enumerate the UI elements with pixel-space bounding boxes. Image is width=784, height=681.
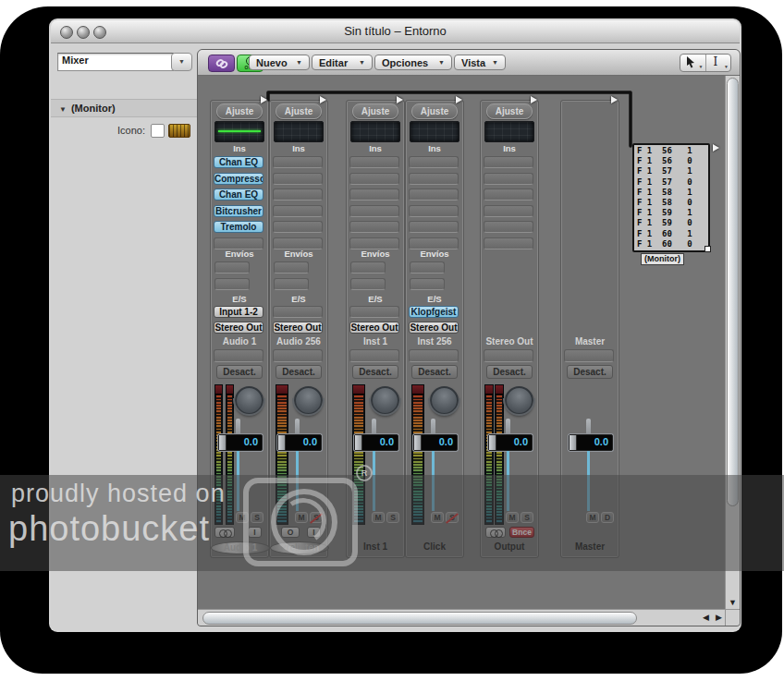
bypass-button[interactable]: Desact.	[352, 365, 398, 379]
insert-slot[interactable]	[409, 173, 459, 185]
eq-thumbnail-display[interactable]	[350, 121, 400, 142]
output-port-icon[interactable]	[531, 96, 537, 103]
bypass-button[interactable]: Desact.	[411, 365, 458, 379]
insert-slot[interactable]	[484, 188, 533, 201]
insert-slot[interactable]	[484, 156, 533, 168]
insert-slot[interactable]: Chan EQ	[214, 188, 263, 201]
pan-knob[interactable]	[294, 386, 323, 415]
eq-thumbnail-display[interactable]	[214, 121, 264, 142]
object-header-monitor[interactable]: ▼(Monitor)	[51, 99, 197, 117]
volume-fader[interactable]: 0.0	[218, 434, 263, 451]
layer-name-field[interactable]: Mixer	[57, 53, 174, 71]
insert-slot[interactable]	[349, 221, 399, 233]
input-slot[interactable]	[273, 306, 323, 318]
pan-knob[interactable]	[371, 386, 399, 415]
volume-fader[interactable]: 0.0	[413, 434, 458, 451]
group-slot[interactable]	[349, 349, 399, 362]
send-slot[interactable]	[274, 278, 309, 290]
group-slot[interactable]	[273, 349, 323, 362]
settings-button[interactable]: Ajuste	[411, 103, 458, 119]
insert-slot[interactable]	[409, 221, 459, 233]
output-slot[interactable]: Stereo Out	[273, 322, 323, 334]
send-slot[interactable]	[350, 261, 386, 274]
output-slot[interactable]: Stereo Out	[349, 322, 399, 334]
group-slot[interactable]	[409, 349, 459, 362]
send-slot[interactable]	[350, 278, 386, 290]
cable-view-button[interactable]	[208, 55, 235, 72]
insert-slot[interactable]	[409, 188, 459, 201]
resize-handle[interactable]	[704, 246, 711, 252]
send-slot[interactable]	[410, 261, 445, 274]
fader-cap[interactable]	[219, 435, 227, 450]
insert-slot[interactable]	[349, 173, 399, 185]
output-port-icon[interactable]	[713, 144, 719, 152]
send-slot[interactable]	[214, 278, 250, 290]
fader-cap[interactable]	[414, 435, 422, 450]
menu-nuevo[interactable]: Nuevo▼	[249, 55, 310, 70]
insert-slot[interactable]: Tremolo	[214, 221, 263, 233]
input-slot[interactable]: Klopfgeist	[409, 306, 459, 318]
scroll-right-arrow[interactable]: ▶	[716, 613, 722, 622]
pan-knob[interactable]	[505, 386, 533, 415]
pan-knob[interactable]	[235, 386, 263, 415]
insert-slot[interactable]	[273, 156, 323, 168]
bypass-button[interactable]: Desact.	[276, 365, 322, 379]
fader-cap[interactable]	[489, 435, 496, 450]
bypass-button[interactable]: Desact.	[216, 365, 263, 379]
pan-knob[interactable]	[430, 386, 459, 415]
volume-fader[interactable]: 0.0	[354, 434, 398, 451]
output-port-icon[interactable]	[261, 96, 267, 103]
output-port-icon[interactable]	[397, 96, 403, 103]
settings-button[interactable]: Ajuste	[276, 103, 322, 119]
input-slot[interactable]: Input 1-2	[214, 306, 263, 318]
insert-slot[interactable]	[409, 205, 459, 217]
output-slot[interactable]: Stereo Out	[214, 322, 263, 334]
settings-button[interactable]: Ajuste	[216, 103, 263, 119]
fader-cap[interactable]	[570, 435, 577, 450]
bypass-button[interactable]: Desact.	[486, 365, 533, 379]
insert-slot[interactable]	[273, 188, 323, 201]
insert-slot[interactable]	[484, 221, 533, 233]
input-slot[interactable]	[349, 306, 399, 318]
insert-slot[interactable]	[273, 205, 323, 217]
insert-slot[interactable]	[273, 173, 323, 185]
scroll-left-arrow[interactable]: ◀	[703, 613, 709, 622]
pointer-tool-button[interactable]: ▼	[680, 55, 705, 71]
send-slot[interactable]	[410, 278, 445, 290]
eq-thumbnail-display[interactable]	[410, 121, 459, 142]
horizontal-scrollbar-thumb[interactable]	[202, 612, 637, 625]
group-slot[interactable]	[564, 349, 614, 362]
insert-slot[interactable]	[349, 205, 399, 217]
text-tool-button[interactable]: I ▼	[705, 55, 731, 71]
title-bar[interactable]: Sin título – Entorno	[51, 20, 740, 43]
output-port-icon[interactable]	[320, 96, 326, 103]
volume-fader[interactable]: 0.0	[488, 434, 533, 451]
eq-thumbnail-display[interactable]	[484, 121, 534, 142]
volume-fader[interactable]: 0.0	[569, 434, 613, 451]
fader-cap[interactable]	[278, 435, 286, 450]
insert-slot[interactable]	[409, 156, 459, 168]
fader-cap[interactable]	[355, 435, 362, 450]
icon-checkbox[interactable]	[151, 124, 165, 138]
menu-opciones[interactable]: Opciones▼	[374, 55, 452, 70]
vertical-scrollbar-thumb[interactable]	[727, 78, 739, 506]
volume-fader[interactable]: 0.0	[277, 434, 322, 451]
bypass-button[interactable]: Desact.	[567, 365, 613, 379]
insert-slot[interactable]	[349, 188, 399, 201]
menu-editar[interactable]: Editar▼	[312, 55, 373, 70]
layer-dropdown-button[interactable]: ▼	[171, 53, 192, 71]
insert-slot[interactable]: Chan EQ	[214, 156, 263, 168]
menu-vista[interactable]: Vista▼	[454, 55, 506, 70]
horizontal-scrollbar[interactable]: ◀ ▶	[198, 609, 726, 626]
send-slot[interactable]	[274, 261, 309, 274]
insert-slot[interactable]	[273, 221, 323, 233]
object-icon-thumbnail[interactable]	[168, 124, 190, 138]
group-slot[interactable]	[484, 349, 533, 362]
output-slot[interactable]: Stereo Out	[409, 322, 459, 334]
monitor-object[interactable]: F 1 56 1 F 1 56 0 F 1 57 1 F 1 57 0 F 1 …	[632, 143, 710, 252]
eq-thumbnail-display[interactable]	[274, 121, 324, 142]
send-slot[interactable]	[214, 261, 250, 274]
output-port-icon[interactable]	[456, 96, 462, 103]
insert-slot[interactable]	[484, 205, 533, 217]
insert-slot[interactable]: Bitcrusher	[214, 205, 263, 217]
